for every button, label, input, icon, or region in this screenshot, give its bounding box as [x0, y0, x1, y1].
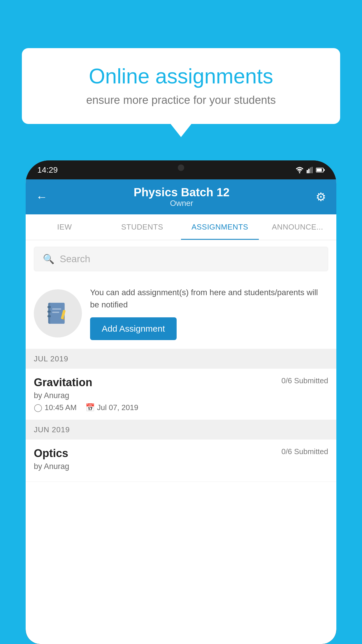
assignment-optics-top: Optics 0/6 Submitted: [34, 447, 328, 460]
app-screen: ← Physics Batch 12 Owner ⚙ IEW STUDENTS …: [26, 179, 336, 644]
search-icon: 🔍: [43, 253, 55, 265]
svg-rect-5: [324, 169, 325, 171]
assignment-optics[interactable]: Optics 0/6 Submitted by Anurag: [26, 440, 336, 482]
promo-icon-circle: [34, 289, 82, 337]
tab-students[interactable]: STUDENTS: [103, 214, 181, 240]
assignment-top: Gravitation 0/6 Submitted: [34, 376, 328, 389]
svg-rect-2: [310, 167, 311, 173]
speech-bubble: Online assignments ensure more practice …: [22, 48, 340, 124]
svg-rect-13: [52, 312, 59, 313]
section-jul-label: JUL 2019: [34, 354, 68, 363]
promo-text-area: You can add assignment(s) from here and …: [90, 286, 328, 340]
tab-iew[interactable]: IEW: [26, 214, 103, 240]
svg-rect-0: [307, 170, 308, 173]
phone-camera: [178, 164, 184, 171]
signal-icon: [307, 167, 313, 173]
submitted-badge-gravitation: 0/6 Submitted: [282, 376, 328, 385]
assignment-date: 📅 Jul 07, 2019: [85, 403, 138, 412]
promo-section: You can add assignment(s) from here and …: [26, 278, 336, 349]
svg-rect-9: [48, 306, 51, 308]
svg-rect-6: [317, 169, 322, 172]
calendar-icon: 📅: [85, 403, 95, 412]
header-subtitle: Owner: [133, 199, 229, 208]
assignment-author-optics: by Anurag: [34, 462, 328, 471]
assignment-name-optics: Optics: [34, 447, 68, 460]
bubble-subtitle: ensure more practice for your students: [39, 94, 323, 106]
submitted-badge-optics: 0/6 Submitted: [282, 447, 328, 456]
tab-announcements[interactable]: ANNOUNCE...: [259, 214, 337, 240]
phone-mockup: 14:29 ←: [26, 160, 336, 644]
assignment-gravitation[interactable]: Gravitation 0/6 Submitted by Anurag ◯ 10…: [26, 369, 336, 420]
svg-rect-11: [48, 315, 51, 317]
settings-icon[interactable]: ⚙: [316, 190, 326, 204]
status-time: 14:29: [37, 165, 58, 175]
tab-assignments[interactable]: ASSIGNMENTS: [181, 214, 259, 240]
header-center: Physics Batch 12 Owner: [133, 186, 229, 208]
svg-rect-1: [308, 169, 310, 173]
tabs-bar: IEW STUDENTS ASSIGNMENTS ANNOUNCE...: [26, 214, 336, 240]
assignment-date-value: Jul 07, 2019: [97, 403, 138, 412]
back-button[interactable]: ←: [36, 190, 48, 204]
svg-rect-3: [312, 167, 313, 173]
add-assignment-button[interactable]: Add Assignment: [90, 317, 177, 340]
clock-icon: ◯: [34, 403, 42, 412]
status-icons: [296, 167, 325, 173]
assignment-time-value: 10:45 AM: [45, 403, 77, 412]
assignment-name-gravitation: Gravitation: [34, 376, 92, 389]
app-header: ← Physics Batch 12 Owner ⚙: [26, 179, 336, 214]
search-input[interactable]: 🔍 Search: [34, 247, 328, 271]
bubble-title: Online assignments: [39, 64, 323, 88]
battery-icon: [316, 167, 325, 173]
phone-notch: [164, 160, 198, 175]
assignment-meta-gravitation: ◯ 10:45 AM 📅 Jul 07, 2019: [34, 403, 328, 412]
assignment-time: ◯ 10:45 AM: [34, 403, 77, 412]
wifi-icon: [296, 167, 304, 173]
header-title: Physics Batch 12: [133, 186, 229, 199]
search-placeholder-text: Search: [60, 253, 90, 265]
svg-rect-10: [48, 311, 51, 313]
notebook-icon: [45, 300, 71, 326]
section-jun-2019: JUN 2019: [26, 420, 336, 440]
assignment-author-gravitation: by Anurag: [34, 391, 328, 400]
section-jun-label: JUN 2019: [34, 425, 70, 434]
svg-rect-12: [52, 308, 61, 310]
search-container: 🔍 Search: [26, 240, 336, 278]
section-jul-2019: JUL 2019: [26, 349, 336, 369]
status-bar: 14:29: [26, 160, 336, 179]
promo-description: You can add assignment(s) from here and …: [90, 286, 328, 311]
